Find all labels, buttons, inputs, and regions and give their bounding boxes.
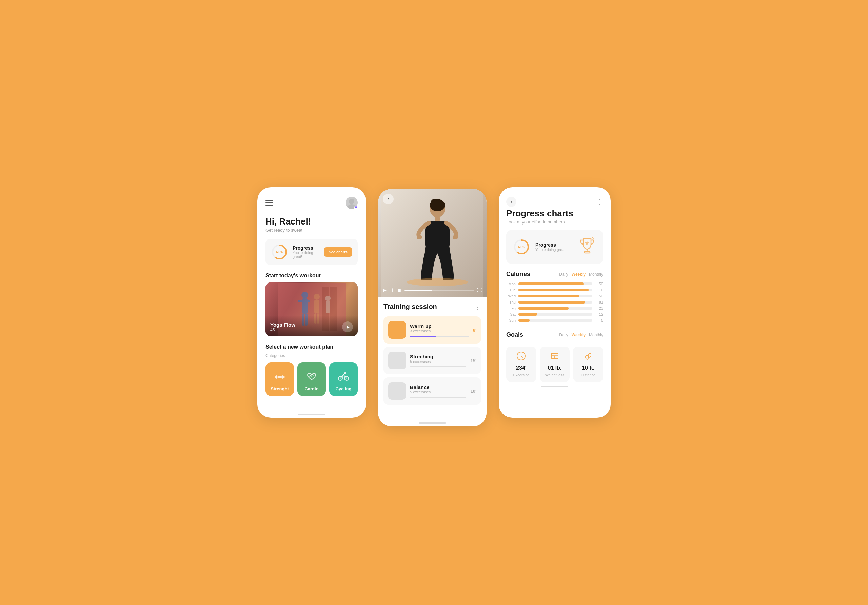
- workout-duration: 45': [270, 327, 295, 332]
- exercise-progress-stretching: [410, 366, 466, 367]
- bar-val-wed: 50: [595, 294, 603, 298]
- more-button[interactable]: ⋮: [597, 198, 603, 206]
- calories-chart: Mon 50 Tue 110 Wed 50 T: [506, 282, 603, 324]
- phone-home: Hi, Rachel! Get ready to sweat 61% Progr…: [257, 187, 366, 418]
- goals-daily[interactable]: Daily: [559, 333, 568, 337]
- distance-value: 10 ft.: [582, 365, 594, 371]
- svg-point-0: [349, 199, 354, 204]
- calories-period-tabs: Daily Weekly Monthly: [559, 272, 603, 277]
- bar-fill-tue: [518, 289, 589, 291]
- pause-ctrl-btn[interactable]: ⏸: [389, 287, 394, 293]
- svg-rect-22: [282, 375, 284, 379]
- progress-info: Progress You're doing great!: [293, 245, 319, 259]
- cycling-label: Cycling: [336, 386, 352, 391]
- exercise-name-balance: Balance: [410, 384, 466, 390]
- training-content: Training session ⋮ Warm up 3 excersises …: [378, 298, 487, 418]
- plan-section-title: Select a new workout plan: [265, 344, 358, 350]
- exercise-thumb-balance: [388, 382, 406, 400]
- bar-day-thu: Thu: [506, 300, 516, 304]
- exercise-progress-fill-warmup: [410, 336, 436, 337]
- training-menu-btn[interactable]: ⋮: [474, 303, 481, 311]
- goal-distance: 10 ft. Distance: [573, 347, 603, 382]
- category-cycling[interactable]: Cycling: [329, 362, 358, 396]
- svg-point-48: [554, 357, 555, 358]
- bar-fill-wed: [518, 295, 579, 298]
- exercise-progress-warmup: [410, 336, 469, 337]
- exercise-duration-stretching: 15': [470, 358, 476, 363]
- category-cardio[interactable]: Cardio: [298, 362, 326, 396]
- bar-tue: Tue 110: [506, 288, 603, 292]
- back-button-hero[interactable]: ‹: [383, 194, 394, 205]
- strength-icon: [274, 373, 285, 383]
- svg-line-40: [592, 237, 593, 238]
- cycling-icon: [338, 372, 349, 383]
- bar-val-tue: 110: [595, 288, 603, 292]
- bar-day-sun: Sun: [506, 318, 516, 323]
- svg-rect-14: [314, 300, 319, 313]
- stop-ctrl-btn[interactable]: ⏹: [397, 287, 401, 293]
- category-strength[interactable]: Strenght: [265, 362, 294, 396]
- goals-weekly[interactable]: Weekly: [572, 333, 586, 337]
- home-indicator-2: [419, 422, 446, 424]
- exercise-balance[interactable]: Balance 5 excersises 10': [383, 377, 481, 405]
- goals-title: Goals: [506, 331, 523, 338]
- goal-weight: 01 lb. Weight loss: [540, 347, 570, 382]
- exercise-value: 234': [516, 365, 527, 371]
- goals-monthly[interactable]: Monthly: [589, 333, 603, 337]
- training-title: Training session: [383, 303, 437, 311]
- play-button[interactable]: [342, 321, 353, 332]
- svg-rect-10: [306, 300, 310, 302]
- bar-val-sat: 12: [595, 312, 603, 316]
- workout-section-title: Start today's workout: [265, 273, 358, 279]
- svg-rect-23: [277, 377, 282, 378]
- svg-point-30: [431, 199, 437, 207]
- training-hero: ‹ ▶ ⏸ ⏹ ⛶: [378, 189, 487, 298]
- strength-label: Strenght: [271, 386, 288, 391]
- exercise-info-balance: Balance 5 excersises: [410, 384, 466, 398]
- calories-header: Calories Daily Weekly Monthly: [506, 271, 603, 278]
- exercise-thumb-stretching: [388, 352, 406, 369]
- video-progress[interactable]: [404, 290, 474, 291]
- exercise-label: Excersice: [513, 373, 529, 377]
- exercise-count-stretching: 5 excersises: [410, 360, 466, 363]
- distance-icon: [584, 351, 593, 363]
- exercise-icon: [516, 351, 526, 363]
- exercise-stretching[interactable]: Streching 5 excersises 15': [383, 347, 481, 374]
- svg-rect-38: [584, 251, 590, 253]
- workout-card[interactable]: Yoga Flow 45': [265, 282, 358, 337]
- bar-track-thu: [518, 301, 592, 304]
- distance-label: Distance: [581, 373, 595, 377]
- avatar-wrap[interactable]: [346, 197, 358, 209]
- bar-fill-sat: [518, 313, 537, 316]
- progress-nav: ‹ ⋮: [506, 197, 603, 207]
- fullscreen-btn[interactable]: ⛶: [477, 287, 482, 293]
- svg-marker-39: [585, 241, 589, 245]
- menu-icon[interactable]: [265, 200, 273, 205]
- trophy-icon: [578, 236, 597, 258]
- workout-name: Yoga Flow: [270, 322, 295, 327]
- back-button[interactable]: ‹: [506, 197, 516, 207]
- progress-sublabel-charts: You're doing great!: [535, 248, 572, 251]
- training-header: Training session ⋮: [383, 303, 481, 311]
- categories-label: Categories: [265, 354, 358, 358]
- bar-day-sat: Sat: [506, 312, 516, 316]
- phone-home-header: [265, 197, 358, 209]
- calories-monthly[interactable]: Monthly: [589, 272, 603, 277]
- see-charts-button[interactable]: See charts: [324, 247, 352, 257]
- svg-point-17: [325, 296, 330, 301]
- home-indicator-3: [541, 386, 568, 387]
- bar-fill-sun: [518, 319, 530, 322]
- play-ctrl-btn[interactable]: ▶: [383, 287, 386, 293]
- calories-weekly[interactable]: Weekly: [572, 272, 586, 277]
- progress-label: Progress: [293, 245, 319, 251]
- goals-header: Goals Daily Weekly Monthly: [506, 331, 603, 338]
- progress-label-charts: Progress: [535, 242, 572, 248]
- svg-point-32: [417, 235, 422, 239]
- calories-daily[interactable]: Daily: [559, 272, 568, 277]
- progress-card: 61% Progress You're doing great! See cha…: [265, 239, 358, 265]
- avatar-status-dot: [354, 205, 358, 209]
- progress-ring: 61%: [271, 244, 288, 261]
- screens-container: Hi, Rachel! Get ready to sweat 61% Progr…: [257, 179, 611, 426]
- bar-sat: Sat 12: [506, 312, 603, 316]
- exercise-warmup[interactable]: Warm up 3 excersises 8': [383, 316, 481, 344]
